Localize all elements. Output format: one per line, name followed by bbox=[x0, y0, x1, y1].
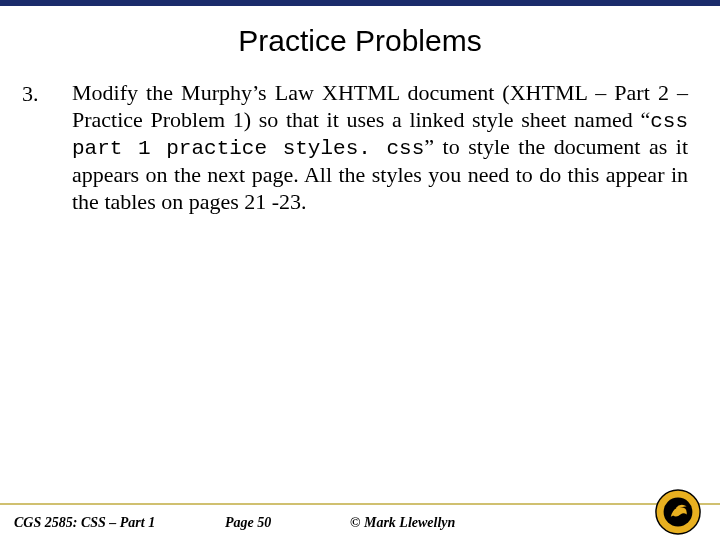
problem-number: 3. bbox=[22, 80, 72, 216]
footer-page: Page 50 bbox=[225, 515, 271, 531]
footer-author: © Mark Llewellyn bbox=[350, 515, 455, 531]
problem-text-pre: Modify the Murphy’s Law XHTML document (… bbox=[72, 80, 688, 132]
ucf-pegasus-logo-icon bbox=[654, 488, 702, 536]
footer-course: CGS 2585: CSS – Part 1 bbox=[14, 515, 155, 531]
slide: Practice Problems 3. Modify the Murphy’s… bbox=[0, 0, 720, 540]
problem-text: Modify the Murphy’s Law XHTML document (… bbox=[72, 80, 688, 216]
problem-item: 3. Modify the Murphy’s Law XHTML documen… bbox=[0, 80, 720, 216]
footer: CGS 2585: CSS – Part 1 Page 50 © Mark Ll… bbox=[0, 505, 720, 540]
page-title: Practice Problems bbox=[0, 24, 720, 58]
accent-bar bbox=[0, 0, 720, 6]
